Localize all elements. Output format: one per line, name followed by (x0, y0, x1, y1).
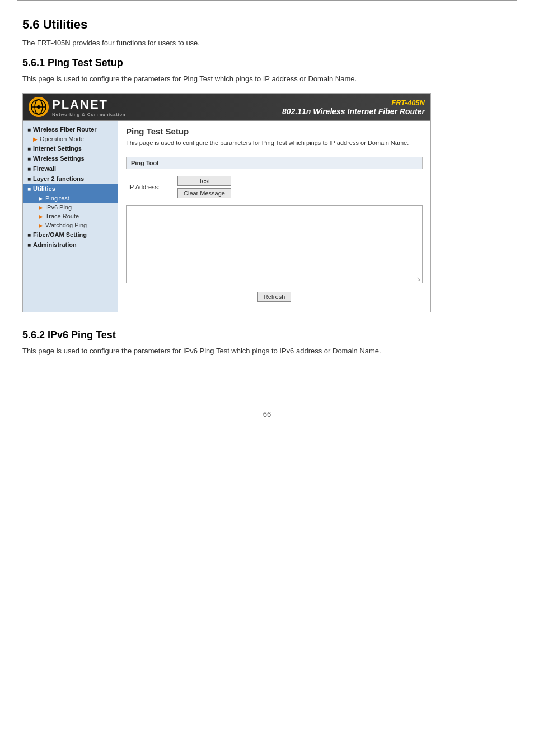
sidebar-label-watchdog-ping: Watchdog Ping (45, 222, 87, 228)
sidebar-item-utilities[interactable]: ■ Utilities (23, 184, 118, 194)
sidebar-label-wireless-settings: Wireless Settings (33, 155, 85, 162)
router-product-name: 802.11n Wireless Internet Fiber Router (282, 107, 425, 116)
sidebar-label-internet-settings: Internet Settings (33, 145, 82, 152)
sidebar-item-administration[interactable]: ■ Administration (23, 240, 118, 250)
section-main-title: 5.6 Utilities (22, 17, 512, 32)
sidebar-label-operation-mode: Operation Mode (40, 136, 84, 142)
firewall-icon: ■ (27, 166, 31, 172)
ping-output-area: ↘ (126, 205, 423, 283)
test-button[interactable]: Test (177, 176, 231, 186)
logo-sub: Networking & Communication (52, 112, 125, 117)
ping-tool-section-label: Ping Tool (126, 157, 423, 169)
layer2-icon: ■ (27, 176, 31, 182)
sidebar-item-layer2[interactable]: ■ Layer 2 functions (23, 174, 118, 184)
utilities-icon: ■ (27, 186, 31, 192)
form-controls: Test Clear Message (177, 176, 231, 198)
arrow-icon-ping-test: ▶ (39, 195, 43, 202)
admin-icon: ■ (27, 242, 31, 248)
router-frame: PLANET Networking & Communication FRT-40… (22, 93, 431, 312)
arrow-icon-trace-route: ▶ (39, 213, 43, 220)
sidebar-item-ping-test[interactable]: ▶ Ping test (23, 194, 118, 203)
main-panel: Ping Test Setup This page is used to con… (118, 121, 430, 312)
ping-test-heading: Ping Test Setup (126, 127, 423, 136)
svg-point-4 (37, 105, 40, 109)
bottom-controls: Refresh (126, 287, 423, 306)
ip-address-label: IP Address: (128, 184, 173, 190)
logo-icon (29, 97, 49, 117)
sidebar-item-wireless-fiber-router[interactable]: ■ Wireless Fiber Router (23, 124, 118, 134)
clear-message-button[interactable]: Clear Message (177, 188, 231, 198)
router-body: ■ Wireless Fiber Router ▶ Operation Mode… (23, 121, 430, 312)
section-ping-description: This page is used to configure the param… (22, 74, 512, 83)
section-ipv6-gap: 5.6.2 IPv6 Ping Test This page is used t… (22, 329, 512, 355)
refresh-button[interactable]: Refresh (257, 292, 292, 302)
sidebar-label-wireless-fiber-router: Wireless Fiber Router (33, 126, 97, 133)
sidebar-label-utilities: Utilities (33, 185, 55, 192)
section-ping-title: 5.6.1 Ping Test Setup (22, 57, 512, 69)
sidebar-label-trace-route: Trace Route (45, 213, 79, 220)
arrow-icon-operation-mode: ▶ (33, 136, 38, 142)
router-model: FRT-405N (282, 99, 425, 107)
sidebar-label-firewall: Firewall (33, 165, 56, 172)
section-ipv6-title: 5.6.2 IPv6 Ping Test (22, 329, 512, 341)
sidebar-item-watchdog-ping[interactable]: ▶ Watchdog Ping (23, 221, 118, 230)
arrow-icon-watchdog-ping: ▶ (39, 222, 43, 228)
arrow-icon-ipv6-ping: ▶ (39, 204, 43, 211)
logo-text: PLANET Networking & Communication (52, 97, 125, 117)
page-number: 66 (0, 410, 534, 418)
sidebar-label-fiber-oam: Fiber/OAM Setting (33, 231, 87, 238)
wireless-icon: ■ (27, 156, 31, 162)
sidebar-label-layer2: Layer 2 functions (33, 175, 84, 182)
sidebar: ■ Wireless Fiber Router ▶ Operation Mode… (23, 121, 118, 312)
router-icon: ■ (27, 127, 31, 133)
fiber-icon: ■ (27, 232, 31, 238)
logo-name: PLANET (52, 97, 125, 112)
sidebar-label-administration: Administration (33, 241, 77, 248)
sidebar-label-ipv6-ping: IPv6 Ping (45, 204, 72, 211)
router-header-right: FRT-405N 802.11n Wireless Internet Fiber… (282, 99, 425, 116)
sidebar-item-operation-mode[interactable]: ▶ Operation Mode (23, 134, 118, 143)
sidebar-item-ipv6-ping[interactable]: ▶ IPv6 Ping (23, 203, 118, 212)
sidebar-label-ping-test: Ping test (45, 195, 69, 202)
resize-handle: ↘ (416, 276, 421, 282)
sidebar-item-internet-settings[interactable]: ■ Internet Settings (23, 143, 118, 153)
sidebar-item-wireless-settings[interactable]: ■ Wireless Settings (23, 153, 118, 164)
sidebar-item-firewall[interactable]: ■ Firewall (23, 164, 118, 174)
sidebar-item-trace-route[interactable]: ▶ Trace Route (23, 212, 118, 221)
ip-address-row: IP Address: Test Clear Message (126, 172, 423, 202)
section-ipv6-description: This page is used to configure the param… (22, 347, 512, 355)
router-header: PLANET Networking & Communication FRT-40… (23, 94, 430, 121)
sidebar-item-fiber-oam[interactable]: ■ Fiber/OAM Setting (23, 230, 118, 240)
internet-icon: ■ (27, 146, 31, 152)
ping-test-desc: This page is used to configure the param… (126, 139, 423, 151)
section-main-description: The FRT-405N provides four functions for… (22, 39, 512, 47)
planet-logo: PLANET Networking & Communication (29, 97, 125, 117)
